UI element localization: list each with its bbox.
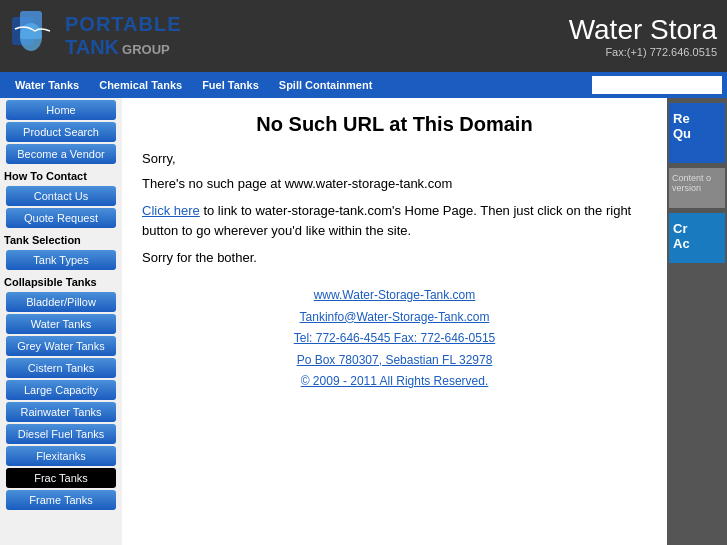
nav-search-input[interactable] [592, 76, 722, 94]
right-ad-2-line2: Ac [673, 236, 721, 251]
footer-link-email[interactable]: Tankinfo@Water-Storage-Tank.com [142, 307, 647, 329]
sidebar-home[interactable]: Home [6, 100, 116, 120]
sorry-label: Sorry, [142, 151, 647, 166]
no-page-text: There's no such page at www.water-storag… [142, 176, 647, 191]
navbar: Water Tanks Chemical Tanks Fuel Tanks Sp… [0, 72, 727, 98]
brand-text: PORTABLE TANK GROUP [65, 13, 182, 59]
sorry-bother: Sorry for the bother. [142, 250, 647, 265]
sidebar-flexitanks[interactable]: Flexitanks [6, 446, 116, 466]
sidebar-grey-water-tanks[interactable]: Grey Water Tanks [6, 336, 116, 356]
right-ad-content: Content o version [669, 168, 725, 208]
sidebar-quote-request[interactable]: Quote Request [6, 208, 116, 228]
fax-number: Fax:(+1) 772.646.0515 [569, 46, 717, 58]
sidebar-rainwater-tanks[interactable]: Rainwater Tanks [6, 402, 116, 422]
main-content: No Such URL at This Domain Sorry, There'… [122, 98, 667, 545]
right-ad-1: Re Qu [669, 103, 725, 163]
sidebar-bladder-pillow[interactable]: Bladder/Pillow [6, 292, 116, 312]
sidebar: Home Product Search Become a Vendor How … [0, 98, 122, 545]
footer-links: www.Water-Storage-Tank.com Tankinfo@Wate… [142, 285, 647, 393]
sidebar-frac-tanks[interactable]: Frac Tanks [6, 468, 116, 488]
sidebar-section-how-to-contact: How To Contact [0, 166, 122, 184]
sidebar-cistern-tanks[interactable]: Cistern Tanks [6, 358, 116, 378]
footer-link-copyright[interactable]: © 2009 - 2011 All Rights Reserved. [142, 371, 647, 393]
sidebar-water-tanks[interactable]: Water Tanks [6, 314, 116, 334]
click-here-section: Click here to link to water-storage-tank… [142, 201, 647, 240]
right-sidebar: Re Qu Content o version Cr Ac [667, 98, 727, 545]
main-layout: Home Product Search Become a Vendor How … [0, 98, 727, 545]
footer-link-pobox[interactable]: Po Box 780307, Sebastian FL 32978 [142, 350, 647, 372]
nav-spill-containment[interactable]: Spill Containment [269, 79, 383, 91]
sidebar-section-collapsible: Collapsible Tanks [0, 272, 122, 290]
click-here-link[interactable]: Click here [142, 203, 200, 218]
nav-chemical-tanks[interactable]: Chemical Tanks [89, 79, 192, 91]
footer-link-website[interactable]: www.Water-Storage-Tank.com [142, 285, 647, 307]
water-storage-title: Water Stora [569, 14, 717, 46]
nav-fuel-tanks[interactable]: Fuel Tanks [192, 79, 269, 91]
logo-icon [10, 9, 65, 64]
right-ad-1-line2: Qu [673, 126, 721, 141]
sidebar-frame-tanks[interactable]: Frame Tanks [6, 490, 116, 510]
right-ad-2: Cr Ac [669, 213, 725, 263]
logo-area: PORTABLE TANK GROUP [10, 9, 182, 64]
sidebar-become-vendor[interactable]: Become a Vendor [6, 144, 116, 164]
sidebar-large-capacity[interactable]: Large Capacity [6, 380, 116, 400]
sidebar-tank-types[interactable]: Tank Types [6, 250, 116, 270]
sidebar-diesel-fuel-tanks[interactable]: Diesel Fuel Tanks [6, 424, 116, 444]
error-title: No Such URL at This Domain [142, 113, 647, 136]
header-right: Water Stora Fax:(+1) 772.646.0515 [569, 14, 717, 58]
click-here-rest: to link to water-storage-tank.com's Home… [142, 203, 631, 238]
header: PORTABLE TANK GROUP Water Stora Fax:(+1)… [0, 0, 727, 72]
sidebar-contact-us[interactable]: Contact Us [6, 186, 116, 206]
sidebar-section-tank-selection: Tank Selection [0, 230, 122, 248]
sidebar-product-search[interactable]: Product Search [6, 122, 116, 142]
footer-link-tel-fax[interactable]: Tel: 772-646-4545 Fax: 772-646-0515 [142, 328, 647, 350]
nav-water-tanks[interactable]: Water Tanks [5, 79, 89, 91]
right-ad-2-line1: Cr [673, 221, 721, 236]
right-ad-1-line1: Re [673, 111, 721, 126]
